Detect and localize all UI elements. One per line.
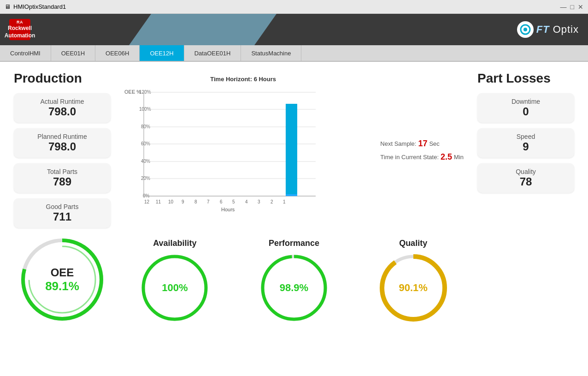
total-parts-value: 789 [21, 175, 103, 188]
tab-dataoee01h[interactable]: DataOEE01H [184, 45, 241, 61]
window-controls[interactable]: — □ ✕ [560, 3, 583, 11]
logo-box: RA Rockwell Automation [9, 19, 30, 40]
downtime-card: Downtime 0 [477, 93, 574, 123]
current-state-unit: Min [454, 154, 464, 161]
svg-text:10: 10 [168, 199, 174, 204]
current-state-label: Time in Current State: [380, 154, 439, 161]
title-bar-text: HMIOptixStandard1 [13, 3, 66, 10]
svg-text:Hours: Hours [221, 207, 235, 212]
tab-controlhmi[interactable]: ControlHMI [0, 45, 51, 61]
quality-value-text: 90.1% [399, 282, 427, 294]
production-title: Production [14, 71, 111, 86]
oee-title: OEE [45, 266, 79, 279]
performance-label: Performance [269, 239, 319, 248]
maximize-button[interactable]: □ [570, 3, 574, 11]
quality-card: Quality 78 [477, 163, 574, 193]
tab-oee12h[interactable]: OEE12H [140, 45, 184, 61]
logo-text: RA Rockwell Automation [5, 20, 35, 40]
quality-gauge-label: Quality [399, 239, 427, 248]
header: RA Rockwell Automation FT Optix [0, 14, 588, 45]
center-panel: Time Horizont: 6 Hours OEE % 120% 100% 8… [120, 71, 468, 367]
speed-value: 9 [485, 140, 567, 153]
right-panel: Part Losses Downtime 0 Speed 9 Quality 7… [477, 71, 574, 367]
next-sample-value: 17 [418, 139, 427, 149]
downtime-value: 0 [485, 105, 567, 118]
minimize-button[interactable]: — [560, 3, 567, 11]
tab-statusmachine[interactable]: StatusMachine [241, 45, 301, 61]
left-panel: Production Actual Runtime 798.0 Planned … [14, 71, 111, 367]
availability-label: Availability [153, 239, 196, 248]
svg-text:8: 8 [194, 199, 197, 204]
chart-y-label: OEE % [124, 89, 141, 95]
quality-gauge-container: Quality 90.1% [376, 239, 450, 325]
total-parts-card: Total Parts 789 [14, 163, 111, 193]
svg-text:3: 3 [258, 199, 260, 204]
quality-label: Quality [485, 168, 567, 175]
total-parts-label: Total Parts [21, 168, 103, 175]
title-bar: 🖥 HMIOptixStandard1 — □ ✕ [0, 0, 588, 14]
performance-value: 98.9% [280, 282, 308, 293]
optix-text: FT Optix [536, 24, 579, 36]
planned-runtime-label: Planned Runtime [21, 133, 103, 140]
svg-text:7: 7 [207, 199, 210, 204]
oee-value: 89.1% [45, 279, 79, 293]
speed-label: Speed [485, 133, 567, 140]
svg-rect-33 [286, 104, 297, 196]
oee-center: OEE 89.1% [45, 266, 79, 293]
chart-svg: 120% 100% 80% 60% 40% 20% [124, 84, 323, 223]
svg-text:1: 1 [283, 199, 286, 204]
gauges-row: Availability 100% Performance [120, 234, 468, 329]
svg-text:11: 11 [156, 199, 161, 204]
part-losses-title: Part Losses [477, 71, 574, 86]
planned-runtime-value: 798.0 [21, 140, 103, 153]
performance-gauge-container: Performance 98.9% [257, 239, 331, 325]
oee-gauge: OEE 89.1% [16, 233, 108, 326]
availability-gauge-container: Availability 100% [138, 239, 212, 325]
optix-icon [517, 21, 534, 38]
svg-text:5: 5 [232, 199, 235, 204]
good-parts-label: Good Parts [21, 203, 103, 210]
actual-runtime-label: Actual Runtime [21, 98, 103, 105]
chart-info: Next Sample: 17 Sec Time in Current Stat… [380, 76, 464, 225]
good-parts-value: 711 [21, 210, 103, 223]
actual-runtime-card: Actual Runtime 798.0 [14, 93, 111, 123]
chart-area: Time Horizont: 6 Hours OEE % 120% 100% 8… [120, 71, 468, 229]
downtime-label: Downtime [485, 98, 567, 105]
actual-runtime-value: 798.0 [21, 105, 103, 118]
svg-rect-34 [286, 194, 297, 196]
speed-card: Speed 9 [477, 128, 574, 158]
planned-runtime-card: Planned Runtime 798.0 [14, 128, 111, 158]
app-icon: 🖥 [5, 3, 11, 10]
availability-value: 100% [162, 282, 188, 293]
good-parts-card: Good Parts 711 [14, 198, 111, 228]
quality-gauge-value: 90.1% [399, 282, 427, 293]
svg-point-1 [523, 28, 527, 31]
quality-value: 78 [485, 175, 567, 188]
chart-title: Time Horizont: 6 Hours [124, 76, 362, 83]
next-sample-label: Next Sample: [380, 140, 416, 147]
tab-oee01h[interactable]: OEE01H [51, 45, 95, 61]
svg-text:4: 4 [245, 199, 248, 204]
current-state-value: 2.5 [441, 152, 452, 162]
svg-text:12: 12 [144, 199, 150, 204]
close-button[interactable]: ✕ [578, 3, 583, 11]
tab-oee06h[interactable]: OEE06H [95, 45, 140, 61]
optix-logo: FT Optix [517, 21, 579, 38]
logo-area: RA Rockwell Automation [9, 19, 30, 40]
svg-text:9: 9 [182, 199, 184, 204]
quality-gauge: 90.1% [376, 251, 450, 325]
availability-gauge: 100% [138, 251, 212, 325]
performance-gauge: 98.9% [257, 251, 331, 325]
svg-text:6: 6 [220, 199, 223, 204]
main-content: Production Actual Runtime 798.0 Planned … [0, 62, 588, 376]
availability-value-text: 100% [162, 282, 188, 294]
nav-bar: ControlHMI OEE01H OEE06H OEE12H DataOEE0… [0, 45, 588, 62]
next-sample-unit: Sec [429, 140, 439, 147]
svg-text:2: 2 [270, 199, 273, 204]
performance-value-text: 98.9% [280, 282, 308, 294]
